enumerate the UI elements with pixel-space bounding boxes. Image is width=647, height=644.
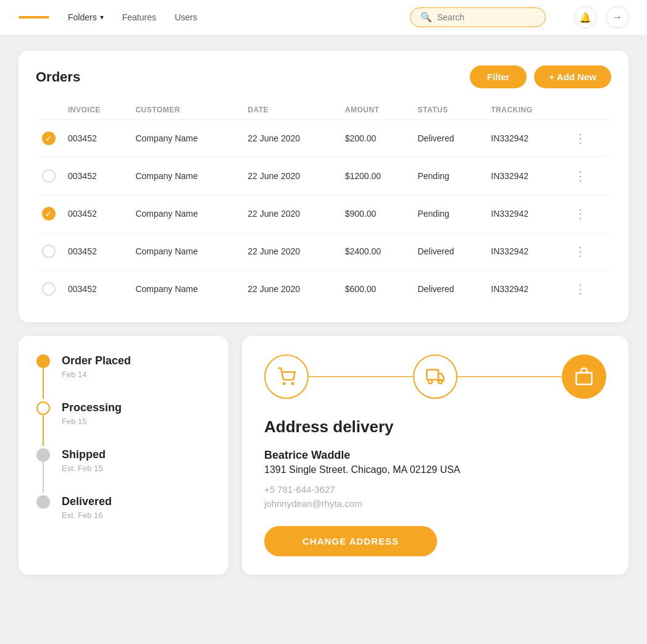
timeline-item: DeliveredEst. Feb 16: [36, 495, 211, 520]
row-tracking: IN332942: [485, 120, 566, 157]
row-actions[interactable]: ⋮: [566, 120, 611, 157]
row-amount: $900.00: [339, 195, 412, 233]
row-checkbox-cell[interactable]: ✓: [36, 120, 62, 157]
row-customer: Company Name: [129, 270, 241, 308]
row-checkbox-cell[interactable]: [36, 233, 62, 270]
search-input[interactable]: [437, 12, 535, 22]
col-amount: AMOUNT: [339, 101, 412, 120]
timeline-content: ShippedEst. Feb 15: [62, 448, 106, 495]
row-tracking: IN332942: [485, 270, 566, 308]
recipient-email: johnnydean@rhyta.com: [264, 498, 606, 509]
row-status: Pending: [411, 195, 485, 233]
row-checkbox-cell[interactable]: [36, 157, 62, 195]
row-amount: $2400.00: [339, 233, 412, 270]
step-line-1: [309, 376, 413, 377]
row-more-button[interactable]: ⋮: [572, 128, 590, 148]
row-invoice: 003452: [62, 233, 129, 270]
row-more-button[interactable]: ⋮: [572, 279, 590, 299]
row-invoice: 003452: [62, 120, 129, 157]
timeline-label: Shipped: [62, 448, 106, 461]
row-tracking: IN332942: [485, 195, 566, 233]
top-nav: Folders ▾ Features Users 🔍 🔔 →: [0, 0, 647, 35]
main-content: Orders Filter + Add New INVOICE CUSTOMER…: [0, 35, 647, 590]
svg-point-3: [428, 380, 432, 383]
search-bar[interactable]: 🔍: [410, 7, 546, 27]
folders-label: Folders: [68, 12, 97, 22]
row-actions[interactable]: ⋮: [566, 270, 611, 308]
row-actions[interactable]: ⋮: [566, 157, 611, 195]
row-checkbox[interactable]: ✓: [42, 207, 56, 220]
row-invoice: 003452: [62, 195, 129, 233]
logout-icon: →: [612, 12, 622, 23]
row-checkbox-cell[interactable]: [36, 270, 62, 308]
timeline-sub: Est. Feb 16: [62, 511, 112, 520]
row-date: 22 June 2020: [241, 270, 338, 308]
table-row: ✓ 003452 Company Name 22 June 2020 $900.…: [36, 195, 611, 233]
timeline-content: Order PlacedFeb 14: [62, 354, 131, 401]
row-date: 22 June 2020: [241, 120, 338, 157]
add-new-button[interactable]: + Add New: [534, 65, 611, 88]
timeline-line: [43, 368, 44, 399]
col-customer: CUSTOMER: [129, 101, 241, 120]
nav-folders[interactable]: Folders ▾: [68, 12, 104, 22]
orders-title: Orders: [36, 69, 80, 85]
row-checkbox-cell[interactable]: ✓: [36, 195, 62, 233]
row-checkbox[interactable]: [42, 169, 56, 183]
row-status: Delivered: [411, 233, 485, 270]
orders-header: Orders Filter + Add New: [36, 65, 611, 88]
row-invoice: 003452: [62, 157, 129, 195]
col-date: DATE: [241, 101, 338, 120]
recipient-phone: +5 781-644-3627: [264, 484, 606, 495]
step-cart: [264, 354, 309, 399]
row-date: 22 June 2020: [241, 157, 338, 195]
col-checkbox: [36, 101, 62, 120]
filter-button[interactable]: Filter: [470, 65, 527, 88]
svg-rect-2: [427, 370, 438, 380]
timeline-sub: Feb 15: [62, 417, 122, 426]
row-date: 22 June 2020: [241, 233, 338, 270]
delivery-steps: [264, 354, 606, 399]
row-more-button[interactable]: ⋮: [572, 166, 590, 186]
row-checkbox[interactable]: ✓: [42, 132, 56, 145]
timeline-card: Order PlacedFeb 14ProcessingFeb 15Shippe…: [19, 336, 228, 575]
logout-button[interactable]: →: [606, 6, 628, 28]
nav-users[interactable]: Users: [175, 12, 198, 22]
timeline-item: ProcessingFeb 15: [36, 401, 211, 448]
timeline-dot: [36, 354, 50, 368]
nav-features[interactable]: Features: [122, 12, 156, 22]
table-row: 003452 Company Name 22 June 2020 $2400.0…: [36, 233, 611, 270]
row-status: Delivered: [411, 120, 485, 157]
row-actions[interactable]: ⋮: [566, 233, 611, 270]
row-more-button[interactable]: ⋮: [572, 204, 590, 224]
logo-bar: [19, 16, 49, 19]
step-truck: [413, 354, 457, 399]
table-header-row: INVOICE CUSTOMER DATE AMOUNT STATUS TRAC…: [36, 101, 611, 120]
notifications-button[interactable]: 🔔: [574, 6, 596, 28]
timeline-dot: [36, 401, 50, 415]
timeline-item: ShippedEst. Feb 15: [36, 448, 211, 495]
orders-table: INVOICE CUSTOMER DATE AMOUNT STATUS TRAC…: [36, 101, 611, 307]
row-more-button[interactable]: ⋮: [572, 241, 590, 261]
row-tracking: IN332942: [485, 157, 566, 195]
svg-point-0: [283, 383, 285, 385]
row-status: Pending: [411, 157, 485, 195]
timeline-label: Delivered: [62, 495, 112, 508]
orders-card: Orders Filter + Add New INVOICE CUSTOMER…: [19, 51, 628, 322]
orders-actions: Filter + Add New: [470, 65, 611, 88]
timeline-sub: Est. Feb 15: [62, 464, 106, 473]
row-checkbox[interactable]: [42, 245, 56, 258]
timeline-item: Order PlacedFeb 14: [36, 354, 211, 401]
col-invoice: INVOICE: [62, 101, 129, 120]
row-amount: $1200.00: [339, 157, 412, 195]
row-actions[interactable]: ⋮: [566, 195, 611, 233]
row-status: Delivered: [411, 270, 485, 308]
row-checkbox[interactable]: [42, 282, 56, 296]
change-address-button[interactable]: CHANGE ADDRESS: [264, 526, 437, 556]
col-status: STATUS: [411, 101, 485, 120]
bell-icon: 🔔: [579, 12, 591, 23]
row-amount: $600.00: [339, 270, 412, 308]
timeline-label: Order Placed: [62, 354, 131, 367]
table-row: 003452 Company Name 22 June 2020 $1200.0…: [36, 157, 611, 195]
svg-point-4: [438, 380, 442, 383]
recipient-name: Beatrice Waddle: [264, 449, 606, 462]
